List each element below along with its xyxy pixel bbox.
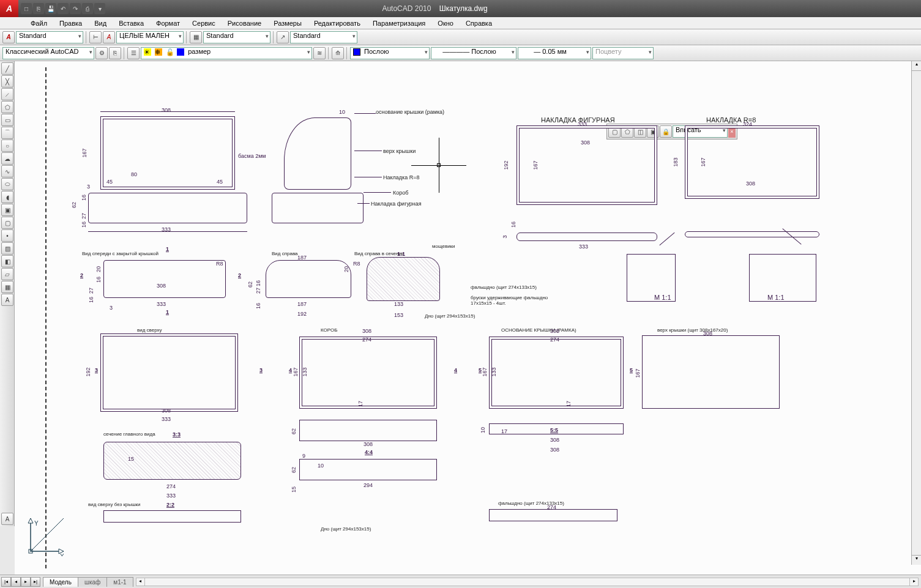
app-logo[interactable]: A (0, 0, 18, 17)
lineweight-select[interactable]: — 0.05 мм (518, 47, 591, 59)
ellipse-arc-icon[interactable]: ◖ (1, 191, 13, 203)
layer-states-icon[interactable]: ≋ (313, 47, 326, 59)
menu-parametric[interactable]: Параметризация (367, 18, 431, 28)
properties-toolbar: Классический AutoCAD ⚙ ⎘ ☰ ☀ ❄ 🔓 размер … (0, 45, 921, 61)
plotstyle-select[interactable]: Поцвету (592, 47, 654, 59)
menu-format[interactable]: Формат (150, 18, 186, 28)
workspace-select[interactable]: Классический AutoCAD (2, 47, 94, 59)
color-select[interactable]: Послою (350, 47, 430, 59)
workspace-save-icon[interactable]: ⎘ (109, 47, 121, 59)
ucs-icon: Y X (26, 513, 69, 556)
layer-lock-icon: 🔓 (166, 48, 173, 56)
tab-layout-1[interactable]: шкаф (78, 577, 107, 587)
layer-props-icon[interactable]: ☰ (127, 47, 140, 59)
svg-text:X: X (60, 553, 64, 556)
vertical-scrollbar[interactable]: ▴ ▾ (911, 61, 921, 565)
menu-draw[interactable]: Рисование (222, 18, 267, 28)
mleader-style-select[interactable]: Standard (290, 31, 357, 43)
qat-print-icon[interactable]: ⎙ (82, 3, 93, 14)
make-current-icon[interactable]: ⟰ (332, 47, 344, 59)
menu-bar: Файл Правка Вид Вставка Формат Сервис Ри… (0, 17, 921, 29)
layer-color-swatch (177, 48, 184, 56)
dim-style-icon2[interactable]: A (103, 31, 115, 43)
dim-style-icon[interactable]: ⊢ (89, 31, 102, 43)
qat-dropdown-icon[interactable]: ▾ (94, 3, 105, 14)
menu-help[interactable]: Справка (460, 18, 498, 28)
title-text: AutoCAD 2010 Шкатулка.dwg (108, 4, 762, 13)
gradient-icon[interactable]: ◧ (1, 255, 13, 267)
menu-dimensions[interactable]: Размеры (267, 18, 308, 28)
draw-toolbar: ╱ ╳ ⟋ ⬠ ▭ ⌒ ○ ☁ ∿ ⬭ ◖ ▣ ▢ • ▨ ◧ ▱ ▦ A A (0, 61, 15, 526)
layer-on-icon: ☀ (144, 48, 151, 56)
tab-first-icon[interactable]: |◂ (1, 577, 11, 587)
tab-model[interactable]: Модель (43, 577, 78, 587)
svg-text:Y: Y (34, 520, 39, 527)
qat-open-icon[interactable]: ⎘ (33, 3, 44, 14)
quick-access-toolbar: □ ⎘ 💾 ↶ ↷ ⎙ ▾ (18, 3, 108, 14)
tab-last-icon[interactable]: ▸| (31, 577, 40, 587)
point-icon[interactable]: • (1, 229, 13, 242)
make-block-icon[interactable]: ▢ (1, 217, 13, 229)
table-style-icon[interactable]: ▦ (190, 31, 202, 43)
menu-file[interactable]: Файл (24, 18, 53, 28)
qat-new-icon[interactable]: □ (21, 3, 32, 14)
layer-freeze-icon: ❄ (155, 48, 162, 56)
menu-view[interactable]: Вид (88, 18, 113, 28)
menu-modify[interactable]: Редактировать (308, 18, 367, 28)
region-icon[interactable]: ▱ (1, 268, 13, 280)
workspace-settings-icon[interactable]: ⚙ (95, 47, 108, 59)
line-icon[interactable]: ╱ (1, 62, 13, 75)
layout-tabs: |◂ ◂ ▸ ▸| Модель шкаф м1-1 ◂ ▸ (0, 575, 921, 588)
arc-icon[interactable]: ⌒ (1, 127, 13, 139)
menu-tools[interactable]: Сервис (186, 18, 222, 28)
menu-edit[interactable]: Правка (53, 18, 88, 28)
dim-style-select[interactable]: ЦЕЛЫЕ МАЛЕН (116, 31, 184, 43)
revcloud-icon[interactable]: ☁ (1, 152, 13, 165)
text-style-select[interactable]: Standard (16, 31, 83, 43)
layer-select[interactable]: ☀ ❄ 🔓 размер (141, 47, 312, 59)
menu-window[interactable]: Окно (431, 18, 460, 28)
tab-nav: |◂ ◂ ▸ ▸| (0, 577, 42, 587)
linetype-select[interactable]: ———— Послою (431, 47, 516, 59)
insert-block-icon[interactable]: ▣ (1, 204, 13, 216)
polygon-icon[interactable]: ⬠ (1, 101, 13, 113)
spline-icon[interactable]: ∿ (1, 165, 13, 177)
title-bar: A □ ⎘ 💾 ↶ ↷ ⎙ ▾ AutoCAD 2010 Шкатулка.dw… (0, 0, 921, 17)
drawing-geometry: 308 167 333 62 басма 2мм 80 45 45 3 16 2… (15, 61, 921, 575)
file-name: Шкатулка.dwg (439, 4, 488, 13)
tab-layout-2[interactable]: м1-1 (106, 577, 133, 587)
tab-next-icon[interactable]: ▸ (21, 577, 31, 587)
color-label: Послою (364, 48, 389, 55)
menu-insert[interactable]: Вставка (113, 18, 150, 28)
table-icon[interactable]: ▦ (1, 281, 13, 293)
tab-prev-icon[interactable]: ◂ (11, 577, 21, 587)
model-space[interactable]: ▢ ⬠ ◫ ▣ 🔒 Вписать × 308 167 333 62 басма… (15, 61, 921, 575)
styles-toolbar: A Standard ⊢ A ЦЕЛЫЕ МАЛЕН ▦ Standard ↗ … (0, 29, 921, 45)
qat-redo-icon[interactable]: ↷ (70, 3, 81, 14)
pline-icon[interactable]: ⟋ (1, 88, 13, 100)
mleader-style-icon[interactable]: ↗ (277, 31, 289, 43)
rectangle-icon[interactable]: ▭ (1, 114, 13, 126)
ellipse-icon[interactable]: ⬭ (1, 178, 13, 190)
app-name: AutoCAD 2010 (382, 4, 431, 13)
addselected-icon[interactable]: A (1, 513, 13, 525)
color-swatch (353, 48, 360, 56)
text-style-icon[interactable]: A (2, 31, 15, 43)
hatch-icon[interactable]: ▨ (1, 242, 13, 255)
xline-icon[interactable]: ╳ (1, 75, 13, 87)
horizontal-scrollbar[interactable]: ◂ ▸ (136, 578, 919, 586)
qat-save-icon[interactable]: 💾 (45, 3, 56, 14)
layer-name: размер (188, 48, 211, 55)
table-style-select[interactable]: Standard (203, 31, 270, 43)
circle-icon[interactable]: ○ (1, 140, 13, 152)
mtext-icon[interactable]: A (1, 294, 13, 306)
qat-undo-icon[interactable]: ↶ (58, 3, 69, 14)
